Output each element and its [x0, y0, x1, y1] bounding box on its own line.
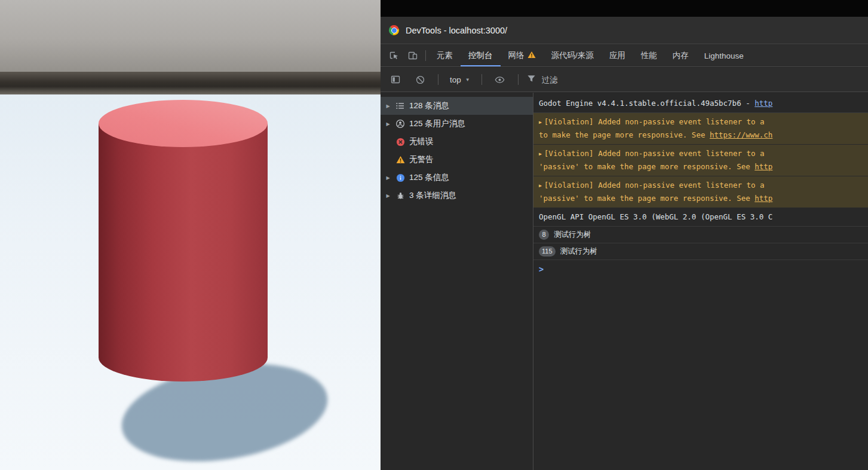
violation-text: [Violation] Added non-passive event list… — [544, 117, 765, 126]
info-icon — [395, 172, 406, 183]
violation-line2: 'passive' to make the page more responsi… — [539, 193, 863, 205]
devtools-window: DevTools - localhost:3000/ 元素 控制台 网络 源代码… — [381, 0, 868, 470]
prompt-chevron-icon: > — [539, 264, 544, 274]
violation-line2: to make the page more responsive. See ht… — [539, 129, 863, 141]
devtools-titlebar[interactable]: DevTools - localhost:3000/ — [381, 17, 868, 44]
repeat-count-badge: 115 — [539, 246, 556, 257]
sidebar-item-errors[interactable]: 无错误 — [381, 133, 533, 151]
tab-label: 性能 — [641, 50, 657, 61]
list-icon — [395, 100, 406, 111]
violation-text: [Violation] Added non-passive event list… — [544, 181, 765, 190]
filter-funnel-icon — [527, 74, 536, 86]
devtools-title: DevTools - localhost:3000/ — [406, 26, 507, 35]
tab-console[interactable]: 控制台 — [461, 45, 501, 66]
tab-lighthouse[interactable]: Lighthouse — [697, 45, 752, 66]
tab-label: 控制台 — [468, 50, 493, 61]
context-selector[interactable]: top ▼ — [447, 74, 473, 86]
violation-text: 'passive' to make the page more responsi… — [539, 162, 754, 171]
sidebar-item-label: 125 条信息 — [409, 172, 449, 183]
horizon-band — [0, 72, 381, 94]
console-violation-1: ▶[Violation] Added non-passive event lis… — [533, 113, 868, 145]
disclosure-triangle-icon[interactable]: ▶ — [385, 103, 391, 109]
tab-label: 应用 — [609, 50, 625, 61]
tab-elements[interactable]: 元素 — [429, 45, 461, 66]
bug-icon — [395, 190, 406, 201]
window-top-edge — [381, 0, 868, 17]
violation-line1: ▶[Violation] Added non-passive event lis… — [539, 148, 863, 161]
filter-bar — [527, 74, 863, 86]
sidebar-item-label: 无警告 — [409, 154, 434, 165]
violation-link[interactable]: https://www.ch — [710, 130, 772, 139]
tab-memory[interactable]: 内存 — [665, 45, 697, 66]
console-toolbar: top ▼ — [381, 68, 868, 92]
console-content: ▶ 128 条消息 ▶ 125 条用户消息 — [381, 93, 868, 470]
console-message-text: 测试行为树 — [554, 230, 591, 240]
sidebar-item-info[interactable]: ▶ 125 条信息 — [381, 169, 533, 187]
disclosure-triangle-icon[interactable]: ▶ — [539, 117, 542, 129]
tab-application[interactable]: 应用 — [602, 45, 633, 66]
console-sidebar-toggle-icon[interactable] — [386, 74, 405, 85]
violation-text: 'passive' to make the page more responsi… — [539, 194, 754, 203]
violation-link[interactable]: http — [754, 162, 772, 171]
sky — [0, 0, 381, 72]
disclosure-triangle-icon[interactable]: ▶ — [539, 148, 542, 160]
violation-line2: 'passive' to make the page more responsi… — [539, 161, 863, 173]
violation-text: to make the page more responsive. See — [539, 130, 710, 139]
game-viewport[interactable] — [0, 0, 381, 470]
warning-icon — [395, 154, 406, 165]
screenshot-root: DevTools - localhost:3000/ 元素 控制台 网络 源代码… — [0, 0, 868, 470]
disclosure-triangle-icon[interactable]: ▶ — [385, 193, 391, 199]
console-messages: Godot Engine v4.4.1.stable.official.49a5… — [533, 93, 868, 470]
repeat-count-badge: 8 — [539, 230, 549, 240]
console-sidebar: ▶ 128 条消息 ▶ 125 条用户消息 — [381, 93, 533, 470]
tab-label: 元素 — [437, 50, 453, 61]
sidebar-item-user-messages[interactable]: ▶ 125 条用户消息 — [381, 115, 533, 133]
console-prompt-row[interactable]: > — [533, 260, 868, 278]
disclosure-triangle-icon[interactable]: ▶ — [385, 121, 391, 127]
inspect-element-icon[interactable] — [384, 45, 403, 66]
sidebar-item-verbose[interactable]: ▶ 3 条详细消息 — [381, 187, 533, 205]
live-expression-eye-icon[interactable] — [490, 74, 510, 86]
console-link[interactable]: http — [754, 99, 772, 108]
violation-link[interactable]: http — [754, 194, 772, 203]
clear-console-icon[interactable] — [410, 75, 430, 85]
tab-sources[interactable]: 源代码/来源 — [544, 45, 602, 66]
user-icon — [395, 118, 406, 129]
tab-network[interactable]: 网络 — [501, 45, 544, 66]
violation-text: [Violation] Added non-passive event list… — [544, 149, 765, 158]
disclosure-triangle-icon[interactable]: ▶ — [385, 175, 391, 181]
violation-line1: ▶[Violation] Added non-passive event lis… — [539, 179, 863, 193]
sidebar-item-label: 125 条用户消息 — [409, 118, 465, 129]
context-selector-value: top — [450, 75, 461, 84]
devtools-tabbar: 元素 控制台 网络 源代码/来源 应用 性能 内存 Lighthouse — [381, 45, 868, 67]
chrome-logo-icon — [389, 25, 399, 35]
sidebar-item-all-messages[interactable]: ▶ 128 条消息 — [381, 97, 533, 115]
error-icon — [395, 136, 406, 147]
filter-input[interactable] — [541, 75, 863, 85]
sidebar-item-label: 3 条详细消息 — [409, 190, 456, 201]
tab-label: 网络 — [508, 50, 525, 61]
console-violation-3: ▶[Violation] Added non-passive event lis… — [533, 176, 868, 208]
cylinder-body — [99, 123, 268, 382]
sidebar-item-label: 128 条消息 — [409, 100, 449, 111]
separator — [438, 74, 438, 85]
device-toolbar-icon[interactable] — [403, 45, 422, 66]
violation-line1: ▶[Violation] Added non-passive event lis… — [539, 116, 863, 129]
separator — [481, 74, 482, 85]
console-message-text: OpenGL API OpenGL ES 3.0 (WebGL 2.0 (Ope… — [539, 212, 772, 221]
tab-label: Lighthouse — [704, 51, 744, 60]
network-warning-icon — [527, 51, 536, 60]
console-message-counted: 115 测试行为树 — [533, 243, 868, 260]
sidebar-item-warnings[interactable]: 无警告 — [381, 151, 533, 169]
separator — [425, 50, 426, 61]
chevron-down-icon: ▼ — [465, 77, 470, 83]
sidebar-item-label: 无错误 — [409, 136, 434, 147]
separator — [518, 74, 519, 85]
tab-performance[interactable]: 性能 — [633, 45, 665, 66]
console-message-counted: 8 测试行为树 — [533, 227, 868, 243]
disclosure-triangle-icon[interactable]: ▶ — [539, 180, 542, 192]
console-message-text: Godot Engine v4.4.1.stable.official.49a5… — [539, 99, 754, 108]
tab-label: 源代码/来源 — [551, 50, 594, 61]
cylinder-top — [99, 100, 268, 147]
console-message-text: 测试行为树 — [560, 246, 598, 257]
